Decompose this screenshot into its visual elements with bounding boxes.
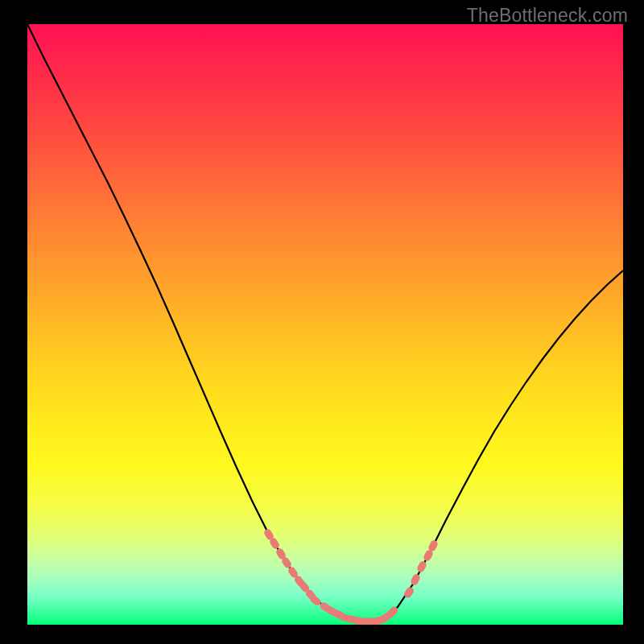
plot-area	[27, 24, 623, 625]
highlight-markers	[262, 528, 439, 625]
marker-dot	[410, 573, 421, 587]
watermark-text: TheBottleneck.com	[467, 5, 628, 27]
bottleneck-curve	[27, 24, 623, 621]
chart-svg	[27, 24, 623, 625]
chart-frame: TheBottleneck.com	[0, 0, 644, 644]
marker-dot	[416, 560, 428, 574]
